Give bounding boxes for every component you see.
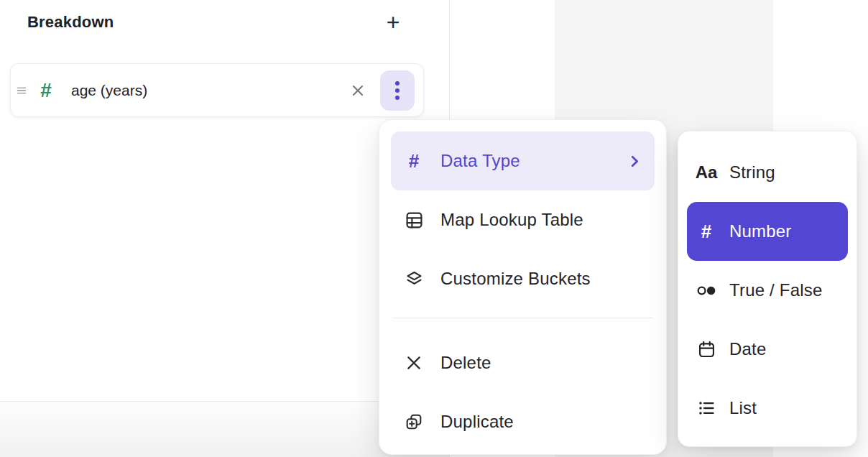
duplicate-icon (403, 412, 425, 431)
add-breakdown-button[interactable]: + (379, 9, 407, 36)
submenu-item-label: List (729, 398, 757, 418)
submenu-item-label: String (729, 162, 775, 183)
field-options-button[interactable] (380, 70, 415, 111)
field-options-menu: # Data Type Map Lookup Table Customize B… (379, 119, 667, 455)
submenu-item-label: Number (729, 221, 792, 241)
menu-item-label: Customize Buckets (440, 269, 591, 289)
number-type-icon: # (34, 79, 58, 102)
calendar-icon (693, 340, 720, 359)
true-false-icon (693, 285, 720, 296)
list-icon (693, 399, 720, 417)
breakdown-title: Breakdown (27, 13, 114, 32)
close-icon (349, 82, 366, 99)
submenu-item-label: Date (729, 339, 767, 359)
app-canvas: Breakdown + # age (years) # Data Type Ma… (0, 0, 868, 457)
remove-field-button[interactable] (348, 80, 368, 101)
submenu-item-label: True / False (729, 280, 823, 300)
menu-item-customize-buckets[interactable]: Customize Buckets (391, 249, 655, 308)
submenu-item-date[interactable]: Date (687, 320, 848, 379)
chevron-right-icon (631, 155, 639, 167)
kebab-icon (394, 80, 400, 101)
number-type-icon: # (693, 221, 720, 243)
x-icon (403, 354, 425, 372)
field-name: age (years) (71, 82, 147, 99)
submenu-item-true-false[interactable]: True / False (687, 261, 848, 320)
submenu-item-list[interactable]: List (687, 379, 848, 438)
menu-item-label: Data Type (440, 151, 520, 171)
breakdown-field-card[interactable]: # age (years) (10, 63, 424, 117)
drag-handle-icon[interactable] (16, 86, 27, 96)
menu-divider (392, 318, 653, 318)
menu-item-delete[interactable]: Delete (391, 333, 655, 392)
data-type-submenu: Aa String # Number True / False Date Lis… (678, 131, 857, 447)
menu-item-label: Delete (440, 353, 491, 373)
submenu-item-number[interactable]: # Number (687, 202, 848, 261)
menu-item-label: Map Lookup Table (440, 210, 583, 230)
hash-icon: # (403, 150, 425, 172)
layers-icon (403, 269, 425, 289)
menu-item-duplicate[interactable]: Duplicate (391, 392, 655, 451)
string-type-icon: Aa (693, 162, 720, 183)
menu-item-data-type[interactable]: # Data Type (391, 131, 655, 190)
submenu-item-string[interactable]: Aa String (687, 143, 848, 202)
table-icon (403, 211, 425, 230)
menu-item-map-lookup-table[interactable]: Map Lookup Table (391, 190, 655, 249)
menu-item-label: Duplicate (440, 412, 514, 432)
